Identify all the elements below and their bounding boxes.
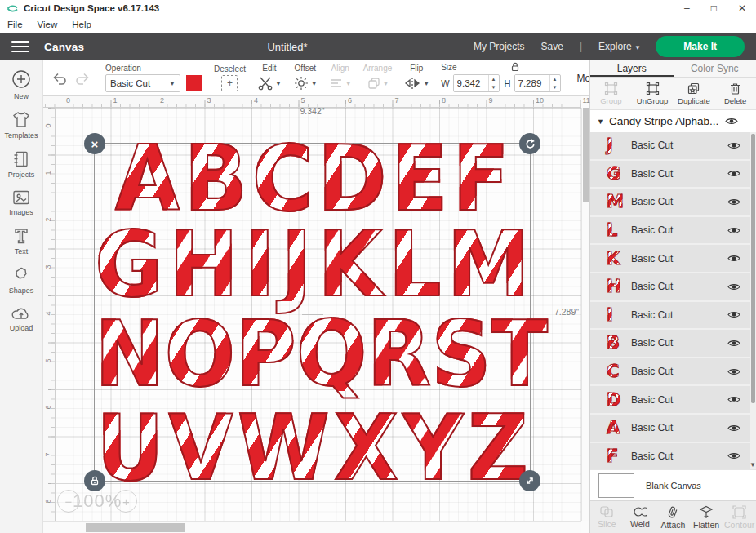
layer-row[interactable]: M Basic Cut (590, 189, 750, 215)
layer-row[interactable]: I Basic Cut (590, 302, 750, 329)
layers-scrollbar-thumb[interactable] (751, 134, 755, 403)
sidebar-item-projects[interactable]: Projects (0, 150, 42, 179)
weld-icon (633, 505, 647, 518)
offset-button[interactable]: Offset ▼ (293, 64, 318, 92)
make-it-button[interactable]: Make It (656, 36, 745, 57)
redo-icon[interactable] (74, 71, 91, 86)
slice-button[interactable]: Slice (590, 505, 624, 529)
resize-selection-handle[interactable] (519, 470, 540, 491)
undo-icon[interactable] (51, 71, 68, 86)
edit-button[interactable]: Edit ▼ (257, 64, 282, 92)
layer-row[interactable]: H Basic Cut (590, 273, 750, 300)
eye-visibility-icon[interactable] (727, 254, 740, 263)
scrollbar-thumb[interactable] (583, 108, 589, 202)
eye-visibility-icon[interactable] (727, 282, 740, 291)
menu-file[interactable]: File (7, 20, 23, 29)
eye-visibility-icon[interactable] (727, 339, 740, 348)
blank-canvas-swatch[interactable] (598, 473, 634, 498)
eye-visibility-icon[interactable] (727, 395, 740, 404)
canvas-vertical-scrollbar[interactable] (581, 108, 589, 521)
align-button[interactable]: Align ▼ (329, 64, 352, 92)
width-input[interactable] (454, 75, 488, 91)
caret-down-icon: ▼ (597, 118, 604, 126)
attach-button[interactable]: Attach (656, 505, 690, 530)
color-swatch[interactable] (186, 75, 202, 91)
layer-row[interactable]: D Basic Cut (590, 386, 750, 413)
sidebar-item-text[interactable]: Text (0, 227, 42, 255)
weld-button[interactable]: Weld (624, 505, 657, 529)
sidebar-item-images[interactable]: Images (0, 189, 42, 216)
image-icon (11, 189, 31, 206)
width-down-icon[interactable]: ▼ (489, 83, 499, 91)
maximize-button[interactable]: □ (711, 0, 717, 16)
width-up-icon[interactable]: ▲ (489, 75, 499, 83)
close-button[interactable]: ✕ (738, 0, 746, 16)
canvas-nav-label[interactable]: Canvas (44, 41, 84, 53)
eye-visibility-icon[interactable] (727, 226, 740, 235)
height-label: H (505, 78, 511, 88)
height-up-icon[interactable]: ▲ (550, 75, 560, 83)
layer-row[interactable]: L Basic Cut (590, 217, 750, 244)
canvas-horizontal-scrollbar[interactable] (43, 521, 581, 533)
zoom-level: 100% (73, 491, 122, 512)
eye-visibility-icon[interactable] (727, 198, 740, 207)
layer-row[interactable]: G Basic Cut (590, 161, 750, 188)
layers-panel: Layers Color Sync Group UnGroup Duplicat… (589, 60, 756, 533)
sidebar-item-shapes[interactable]: Shapes (0, 266, 42, 295)
height-input[interactable] (515, 75, 549, 91)
group-button[interactable]: Group (590, 82, 632, 105)
duplicate-button[interactable]: Duplicate (674, 82, 715, 105)
hamburger-menu-icon[interactable] (11, 41, 29, 52)
eye-visibility-icon[interactable] (727, 367, 740, 376)
eye-visibility-icon[interactable] (727, 424, 740, 433)
delete-selection-handle[interactable]: × (84, 133, 105, 154)
letter-row[interactable]: ABCDEF (95, 144, 530, 213)
layer-group-header[interactable]: ▼ Candy Stripe Alphab... (590, 110, 756, 132)
close-icon: × (91, 138, 99, 150)
flatten-button[interactable]: Flatten (690, 505, 723, 530)
layer-row[interactable]: A Basic Cut (590, 415, 750, 442)
trash-icon (729, 82, 741, 95)
blank-canvas-row[interactable]: Blank Canvas (590, 469, 756, 500)
flip-button[interactable]: Flip ▼ (403, 64, 429, 92)
sidebar-item-new[interactable]: New (0, 69, 42, 100)
caret-down-icon: ▼ (311, 80, 318, 87)
menu-help[interactable]: Help (72, 20, 91, 29)
rotate-selection-handle[interactable] (519, 133, 540, 154)
tab-layers[interactable]: Layers (590, 60, 674, 77)
deselect-button[interactable]: Deselect + (214, 64, 246, 91)
letter-row[interactable]: UVWXYZ (95, 413, 530, 482)
minimize-button[interactable]: – (684, 0, 690, 16)
scrollbar-thumb[interactable] (86, 523, 185, 532)
letter-row[interactable]: GHIJKLM (95, 229, 530, 299)
my-projects-link[interactable]: My Projects (474, 41, 525, 52)
lock-ratio-handle[interactable] (84, 470, 105, 491)
arrange-button[interactable]: Arrange ▼ (363, 64, 393, 92)
contour-button[interactable]: Contour (723, 505, 756, 530)
sidebar-item-templates[interactable]: Templates (0, 111, 42, 140)
sidebar-item-upload[interactable]: Upload (0, 305, 42, 332)
eye-visibility-icon[interactable] (725, 117, 738, 126)
explore-dropdown[interactable]: Explore▾ (598, 41, 639, 52)
eye-visibility-icon[interactable] (727, 310, 740, 319)
menu-view[interactable]: View (38, 20, 58, 29)
save-link[interactable]: Save (541, 41, 563, 52)
layer-row[interactable]: J Basic Cut (590, 132, 750, 159)
layer-row[interactable]: C Basic Cut (590, 358, 750, 385)
layer-row[interactable]: B Basic Cut (590, 330, 750, 357)
tab-color-sync[interactable]: Color Sync (674, 60, 756, 77)
scroll-down-arrow-icon[interactable]: ▼ (749, 461, 756, 469)
eye-visibility-icon[interactable] (727, 141, 740, 150)
operation-select[interactable]: Basic Cut▼ (105, 74, 180, 92)
size-lock-icon[interactable] (509, 61, 521, 76)
letter-row[interactable]: NOPQRST (95, 319, 530, 389)
layer-row[interactable]: K Basic Cut (590, 245, 750, 272)
eye-visibility-icon[interactable] (727, 169, 740, 178)
delete-button[interactable]: Delete (714, 82, 756, 105)
ungroup-button[interactable]: UnGroup (632, 82, 674, 105)
selection-box[interactable]: ABCDEFGHIJKLMNOPQRSTUVWXYZ 9.342" 7.289"… (94, 143, 531, 482)
layer-row[interactable]: F Basic Cut (590, 443, 750, 469)
eye-visibility-icon[interactable] (727, 451, 740, 460)
height-down-icon[interactable]: ▼ (550, 83, 560, 91)
canvas-grid[interactable]: ABCDEFGHIJKLMNOPQRSTUVWXYZ 9.342" 7.289"… (56, 108, 581, 521)
